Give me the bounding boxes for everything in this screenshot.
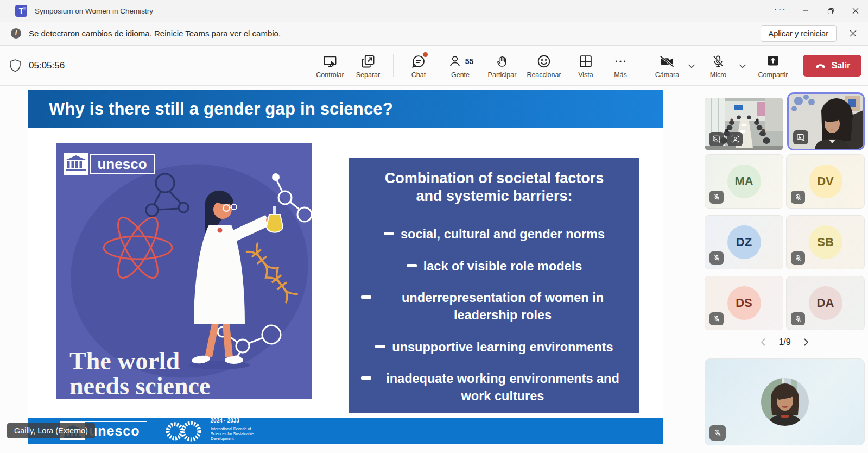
leave-button[interactable]: Salir <box>803 55 861 77</box>
participants-pagination: 1/9 <box>705 335 865 350</box>
decade-line3: Development <box>211 437 296 442</box>
popout-button[interactable]: Separar <box>351 48 385 84</box>
share-screen-icon <box>765 54 781 69</box>
smiley-icon <box>536 54 552 69</box>
grid-view-icon <box>578 54 593 69</box>
room-video-tile[interactable] <box>705 98 783 150</box>
decade-line1: International Decade of <box>211 427 296 432</box>
slide-footer-banner: unesco 2024 · 2033 International Decade … <box>28 418 663 444</box>
unesco-wordmark: unesco <box>97 156 147 172</box>
image-star-icon <box>713 135 721 143</box>
more-button[interactable]: Más <box>606 48 635 84</box>
close-window-button[interactable] <box>843 0 868 22</box>
slide-heading-line2: and systemic barriers: <box>349 187 639 205</box>
participant-tile[interactable]: SB <box>786 215 865 269</box>
slide-title: Why is there still a gender gap in scien… <box>49 99 393 119</box>
bullet-dash-icon <box>407 264 417 267</box>
avatar: MA <box>727 165 761 198</box>
react-button[interactable]: Reaccionar <box>523 48 565 84</box>
window-title: Symposium on Women in Chemistry <box>35 7 153 15</box>
participant-tile[interactable]: DV <box>786 154 865 209</box>
decade-logo-icon <box>164 420 204 443</box>
participant-tile[interactable]: DZ <box>705 215 783 269</box>
camera-options-chevron-icon[interactable] <box>686 48 698 84</box>
hang-up-icon <box>814 60 827 72</box>
slide-heading-line1: Combination of societal factors <box>349 169 639 187</box>
chat-unread-badge <box>423 52 428 57</box>
participant-tile[interactable]: DS <box>705 276 783 330</box>
slide-bullet: inadequate working environments and work… <box>361 370 628 405</box>
slide-caption-line2: needs science <box>69 372 210 399</box>
restore-button[interactable] <box>818 0 843 22</box>
title-bar: T Symposium on Women in Chemistry ··· <box>0 0 868 22</box>
raise-hand-button[interactable]: Participar <box>485 48 519 84</box>
camera-off-icon <box>659 54 675 69</box>
minimize-button[interactable] <box>793 0 818 22</box>
muted-mic-badge <box>709 251 724 265</box>
slide-bullet: underrepresentation of women in leadersh… <box>361 290 628 324</box>
toolbar-divider <box>393 54 394 77</box>
dismiss-notification-icon[interactable] <box>842 23 864 45</box>
participant-tile[interactable]: DA <box>786 276 865 330</box>
participant-tile[interactable]: MA <box>705 154 783 209</box>
mic-options-chevron-icon[interactable] <box>737 48 749 84</box>
unesco-illustration: unesco <box>56 143 312 399</box>
more-dots-icon <box>613 54 628 68</box>
pagination-label: 1/9 <box>778 337 790 347</box>
avatar: DV <box>809 165 842 198</box>
share-button[interactable]: Compartir <box>752 48 794 84</box>
monitor-cursor-icon <box>322 54 338 69</box>
chat-button[interactable]: Chat <box>401 48 436 84</box>
slide-bullet: social, cultural and gender norms <box>384 226 605 243</box>
pagination-prev-icon[interactable] <box>757 336 770 349</box>
pinned-participant-tile[interactable] <box>705 358 865 445</box>
slide-text-box: Combination of societal factors and syst… <box>349 158 639 413</box>
info-icon: i <box>11 28 21 39</box>
room-tile-image-button[interactable] <box>709 132 724 146</box>
slide-bullet: unsupportive learning environments <box>375 339 613 356</box>
participant-count: 55 <box>465 57 474 66</box>
person-frame-icon <box>731 135 739 143</box>
pagination-next-icon[interactable] <box>800 336 813 349</box>
shared-presentation-slide: Why is there still a gender gap in scien… <box>28 90 663 444</box>
active-speaker-tile[interactable] <box>787 92 865 150</box>
people-button[interactable]: 55 Gente <box>439 48 481 84</box>
view-button[interactable]: Vista <box>568 48 603 84</box>
decade-line2: Sciences for Sustainable <box>211 432 296 437</box>
bullet-dash-icon <box>375 345 385 348</box>
bullet-dash-icon <box>361 295 371 299</box>
presenter-name-badge: Gailly, Lora (Externo) <box>7 423 95 438</box>
footer-divider <box>156 422 156 441</box>
bullet-dash-icon <box>361 376 371 380</box>
avatar: SB <box>809 225 842 259</box>
meeting-timer: 05:05:56 <box>29 60 65 71</box>
control-button[interactable]: Controlar <box>313 48 347 84</box>
apply-restart-button[interactable]: Aplicar y reiniciar <box>761 25 837 42</box>
popout-icon <box>360 54 376 69</box>
person-icon <box>447 54 462 69</box>
titlebar-menu-icon[interactable]: ··· <box>774 4 787 18</box>
teams-logo-icon: T <box>15 5 27 17</box>
bullet-dash-icon <box>384 232 394 235</box>
avatar: DZ <box>727 225 761 259</box>
muted-mic-badge <box>791 251 805 265</box>
mic-off-icon <box>711 54 725 69</box>
participant-photo-avatar <box>761 378 809 426</box>
participants-sidebar: MA DV DZ SB DS <box>705 86 865 453</box>
slide-title-banner: Why is there still a gender gap in scien… <box>28 90 663 128</box>
language-notification-bar: i Se detectaron cambios de idioma. Reini… <box>0 22 868 46</box>
meeting-stage: Why is there still a gender gap in scien… <box>0 86 868 453</box>
muted-mic-badge <box>791 312 805 325</box>
toolbar-divider <box>642 54 642 77</box>
camera-button[interactable]: Cámara <box>650 48 685 84</box>
avatar: DA <box>809 286 842 320</box>
raised-hand-icon <box>495 54 509 69</box>
notification-message: Se detectaron cambios de idioma. Reinici… <box>29 29 281 38</box>
image-star-icon <box>797 134 805 141</box>
speaker-tile-image-button[interactable] <box>793 130 808 144</box>
mic-button[interactable]: Micro <box>701 48 736 84</box>
muted-mic-badge <box>709 191 724 204</box>
slide-bullet: lack of visible role models <box>407 258 582 275</box>
room-tile-frame-person-button[interactable] <box>727 132 743 146</box>
muted-mic-badge <box>709 312 724 325</box>
